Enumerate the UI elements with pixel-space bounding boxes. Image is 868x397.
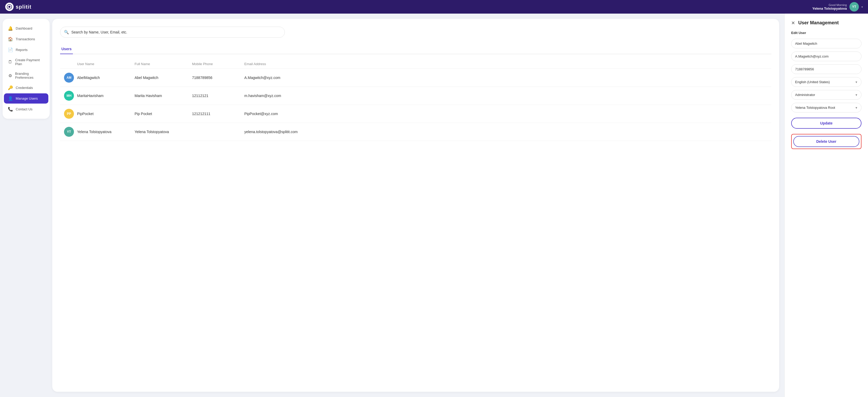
sidebar-item-manage-users[interactable]: 👤 Manage Users xyxy=(4,93,48,104)
panel-name-field xyxy=(791,39,862,48)
table-row[interactable]: AM AbelMagwitch Abel Magwitch 7188789856… xyxy=(60,69,771,87)
branding-icon: ⚙ xyxy=(8,73,12,78)
close-button[interactable]: ✕ xyxy=(791,21,795,25)
sidebar-item-contact-us[interactable]: 📞 Contact Us xyxy=(4,104,48,114)
header-user-info: Good Morning Yelena Tolstopyatova xyxy=(812,3,847,10)
col-mobile: Mobile Phone xyxy=(192,62,244,66)
cell-username: PipPocket xyxy=(77,112,134,116)
header-avatar: YT xyxy=(849,2,859,11)
sidebar-item-label: Create Payment Plan xyxy=(15,58,44,66)
cell-mobile: 12112121 xyxy=(192,94,244,98)
avatar: YT xyxy=(64,127,74,137)
email-input[interactable] xyxy=(791,52,862,61)
cell-email: yelena.tolstopyatova@splitit.com xyxy=(244,130,323,134)
cell-email: m.havisham@xyz.com xyxy=(244,94,323,98)
transactions-icon: 🏠 xyxy=(8,37,13,41)
search-icon: 🔍 xyxy=(64,30,69,34)
cell-email: A.Magwitch@xyz.com xyxy=(244,76,323,80)
col-fullname: Full Name xyxy=(134,62,192,66)
main-layout: 🔔 Dashboard 🏠 Transactions 📄 Reports 🗒 C… xyxy=(0,13,868,397)
users-table: User Name Full Name Mobile Phone Email A… xyxy=(60,59,771,141)
search-section: 🔍 xyxy=(60,27,771,38)
manage-users-icon: 👤 xyxy=(8,96,13,101)
sidebar-item-branding-preferences[interactable]: ⚙ Branding Preferences xyxy=(4,69,48,82)
table-row[interactable]: PP PipPocket Pip Pocket 121212111 PipPoc… xyxy=(60,105,771,123)
account-select[interactable]: Yelena Tolstopyatova Root xyxy=(791,103,862,112)
header-username: Yelena Tolstopyatova xyxy=(812,6,847,10)
sidebar-item-label: Manage Users xyxy=(16,96,38,101)
cell-mobile: 121212111 xyxy=(192,112,244,116)
sidebar-item-transactions[interactable]: 🏠 Transactions xyxy=(4,34,48,44)
panel-header: ✕ User Management xyxy=(791,20,862,26)
header-greeting: Good Morning xyxy=(812,3,847,6)
logo-text: splitit xyxy=(16,4,31,10)
reports-icon: 📄 xyxy=(8,47,13,52)
col-avatar xyxy=(64,62,77,66)
sidebar-card: 🔔 Dashboard 🏠 Transactions 📄 Reports 🗒 C… xyxy=(3,19,50,119)
update-button[interactable]: Update xyxy=(791,118,862,129)
sidebar-item-label: Transactions xyxy=(16,37,35,41)
sidebar: 🔔 Dashboard 🏠 Transactions 📄 Reports 🗒 C… xyxy=(0,13,52,397)
dashboard-icon: 🔔 xyxy=(8,26,13,31)
sidebar-item-label: Credentials xyxy=(16,86,33,90)
credentials-icon: 🔑 xyxy=(8,85,13,90)
panel-account-field: Yelena Tolstopyatova Root ▼ xyxy=(791,103,862,112)
right-panel: ✕ User Management Edit User English (Uni… xyxy=(784,13,868,397)
sidebar-item-label: Branding Preferences xyxy=(15,72,44,80)
panel-language-field: English (United States) ▼ xyxy=(791,77,862,87)
cell-fullname: Marita Havisham xyxy=(134,94,192,98)
cell-username: MaritaHavisham xyxy=(77,94,134,98)
cell-username: Yelena Tolstopyatova xyxy=(77,130,134,134)
col-extra xyxy=(323,62,767,66)
sidebar-item-label: Contact Us xyxy=(16,107,32,111)
cell-fullname: Abel Magwitch xyxy=(134,76,192,80)
panel-title: User Management xyxy=(798,20,839,26)
header-chevron-icon: ▾ xyxy=(862,5,863,8)
sidebar-item-label: Dashboard xyxy=(16,26,32,30)
table-header: User Name Full Name Mobile Phone Email A… xyxy=(60,59,771,69)
avatar: PP xyxy=(64,109,74,119)
name-input[interactable] xyxy=(791,39,862,48)
avatar: AM xyxy=(64,73,74,83)
contact-icon: 📞 xyxy=(8,107,13,112)
cell-fullname: Yelena Tolstopyatova xyxy=(134,130,192,134)
panel-subtitle: Edit User xyxy=(791,31,862,35)
header-user-section[interactable]: Good Morning Yelena Tolstopyatova YT ▾ xyxy=(812,2,863,11)
cell-fullname: Pip Pocket xyxy=(134,112,192,116)
panel-phone-field xyxy=(791,64,862,74)
cell-username: AbelMagwitch xyxy=(77,76,134,80)
table-row[interactable]: YT Yelena Tolstopyatova Yelena Tolstopya… xyxy=(60,123,771,141)
app-header: splitit Good Morning Yelena Tolstopyatov… xyxy=(0,0,868,13)
main-content: 🔍 Users User Name Full Name Mobile Phone… xyxy=(52,19,779,392)
cell-email: PipPocket@xyz.com xyxy=(244,112,323,116)
avatar: MH xyxy=(64,91,74,101)
sidebar-item-label: Reports xyxy=(16,48,28,52)
payment-plan-icon: 🗒 xyxy=(8,60,12,64)
col-email: Email Address xyxy=(244,62,323,66)
language-select[interactable]: English (United States) xyxy=(791,77,862,87)
sidebar-item-reports[interactable]: 📄 Reports xyxy=(4,45,48,55)
sidebar-item-create-payment-plan[interactable]: 🗒 Create Payment Plan xyxy=(4,55,48,68)
cell-mobile: 7188789856 xyxy=(192,76,244,80)
svg-point-1 xyxy=(8,6,10,8)
panel-role-field: Administrator ▼ xyxy=(791,90,862,100)
delete-button-wrapper: Delete User xyxy=(791,134,862,149)
col-username: User Name xyxy=(77,62,134,66)
tab-users[interactable]: Users xyxy=(60,44,73,54)
sidebar-item-credentials[interactable]: 🔑 Credentials xyxy=(4,83,48,93)
sidebar-item-dashboard[interactable]: 🔔 Dashboard xyxy=(4,23,48,33)
delete-button[interactable]: Delete User xyxy=(793,136,859,147)
search-input[interactable] xyxy=(60,27,285,38)
table-row[interactable]: MH MaritaHavisham Marita Havisham 121121… xyxy=(60,87,771,105)
role-select[interactable]: Administrator xyxy=(791,90,862,100)
panel-email-field xyxy=(791,52,862,61)
logo-icon xyxy=(5,3,13,11)
logo[interactable]: splitit xyxy=(5,3,31,11)
tabs-bar: Users xyxy=(60,44,771,54)
phone-input[interactable] xyxy=(791,64,862,74)
